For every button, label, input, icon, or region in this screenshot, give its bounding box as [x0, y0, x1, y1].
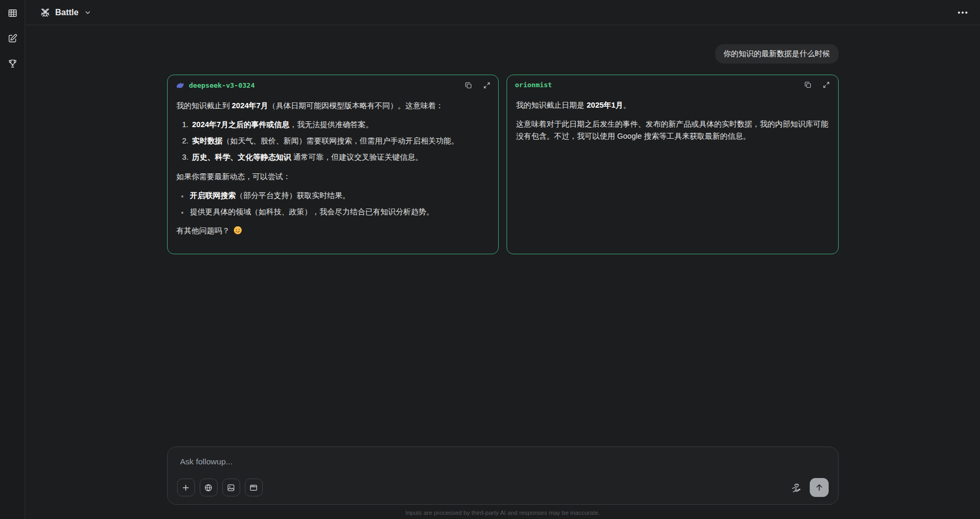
- deepseek-whale-icon: [176, 81, 184, 90]
- followup-composer: [167, 447, 839, 505]
- response-paragraph: 我的知识截止到 2024年7月（具体日期可能因模型版本略有不同）。这意味着：: [177, 100, 490, 112]
- hand-heart-icon: [791, 482, 801, 493]
- composer-toolbar: [177, 478, 829, 497]
- model-panel-a: deepseek-v3-0324: [167, 75, 499, 255]
- list-item: 历史、科学、文化等静态知识 通常可靠，但建议交叉验证关键信息。: [191, 151, 490, 163]
- model-name-a: deepseek-v3-0324: [189, 81, 255, 89]
- response-paragraph: 这意味着对于此日期之后发生的事件、发布的新产品或具体的实时数据，我的内部知识库可…: [516, 118, 829, 142]
- panel-b-actions: [804, 81, 831, 89]
- response-paragraph: 有其他问题吗？: [177, 225, 490, 238]
- list-item: 2024年7月之后的事件或信息，我无法提供准确答案。: [191, 119, 490, 131]
- ordered-list: 2024年7月之后的事件或信息，我无法提供准确答案。实时数据（如天气、股价、新闻…: [177, 119, 490, 164]
- composer-toolbar-right: [790, 478, 829, 497]
- copy-icon: [465, 81, 472, 89]
- copy-button[interactable]: [464, 81, 472, 89]
- disclaimer-text: Inputs are processed by third-party AI a…: [167, 505, 839, 516]
- trophy-icon: [7, 58, 18, 69]
- user-message-bubble: 你的知识的最新数据是什么时候: [715, 44, 839, 64]
- image-icon: [226, 483, 235, 492]
- send-button[interactable]: [810, 478, 829, 497]
- web-search-button[interactable]: [200, 479, 218, 496]
- expand-button[interactable]: [482, 81, 491, 89]
- arrow-up-icon: [814, 483, 824, 492]
- top-bar: Battle: [25, 0, 980, 25]
- sidebar-item-grid[interactable]: [6, 7, 19, 19]
- compose-icon: [7, 33, 18, 44]
- followup-input[interactable]: [177, 456, 829, 468]
- expand-icon: [483, 81, 491, 89]
- image-button[interactable]: [222, 479, 240, 496]
- main-area: Battle 你的知识的最新数据是什么时候: [25, 0, 980, 519]
- model-response-panels: deepseek-v3-0324: [167, 75, 839, 255]
- panel-b-header: orionmist: [507, 75, 838, 91]
- model-name-b: orionmist: [515, 81, 552, 89]
- plus-icon: [181, 483, 190, 492]
- battle-mode-dropdown[interactable]: Battle: [40, 7, 91, 18]
- copy-button[interactable]: [804, 81, 812, 89]
- response-paragraph: 我的知识截止日期是 2025年1月。: [516, 99, 829, 111]
- browser-button[interactable]: [245, 479, 263, 496]
- list-item: 开启联网搜索（部分平台支持）获取实时结果。: [189, 190, 490, 202]
- globe-icon: [204, 483, 213, 492]
- model-response-b: 我的知识截止日期是 2025年1月。这意味着对于此日期之后发生的事件、发布的新产…: [507, 91, 838, 158]
- list-item: 实时数据（如天气、股价、新闻）需要联网搜索，但需用户手动开启相关功能。: [191, 135, 490, 147]
- support-button[interactable]: [790, 482, 802, 493]
- response-paragraph: 如果你需要最新动态，可以尝试：: [177, 171, 490, 183]
- mode-label: Battle: [55, 8, 78, 17]
- left-sidebar: [0, 0, 25, 519]
- grid-table-icon: [7, 8, 18, 18]
- expand-icon: [822, 81, 830, 89]
- copy-icon: [804, 81, 812, 89]
- panel-a-header: deepseek-v3-0324: [168, 75, 499, 92]
- attach-button[interactable]: [177, 479, 195, 496]
- crossed-swords-icon: [40, 7, 50, 18]
- chevron-down-icon: [84, 9, 91, 16]
- bullet-list: 开启联网搜索（部分平台支持）获取实时结果。提供更具体的领域（如科技、政策），我会…: [177, 190, 490, 218]
- model-response-a: 我的知识截止到 2024年7月（具体日期可能因模型版本略有不同）。这意味着：20…: [168, 92, 499, 254]
- panel-a-model-identity: deepseek-v3-0324: [176, 81, 255, 90]
- sidebar-item-new-chat[interactable]: [6, 32, 19, 45]
- overflow-menu-button[interactable]: [958, 12, 967, 14]
- panel-b-model-identity: orionmist: [515, 81, 552, 89]
- chat-content: 你的知识的最新数据是什么时候 deepseek-v3-0324: [167, 25, 839, 519]
- browser-window-icon: [249, 483, 258, 492]
- model-panel-b: orionmist: [507, 75, 839, 255]
- composer-wrap: Inputs are processed by third-party AI a…: [167, 447, 839, 516]
- list-item: 提供更具体的领域（如科技、政策），我会尽力结合已有知识分析趋势。: [189, 206, 490, 218]
- smiling-face-emoji: [233, 226, 242, 238]
- sidebar-item-leaderboard[interactable]: [6, 57, 19, 70]
- expand-button[interactable]: [822, 81, 831, 89]
- ellipsis-icon: [958, 12, 960, 14]
- app-root: Battle 你的知识的最新数据是什么时候: [0, 0, 980, 519]
- panel-a-actions: [464, 81, 491, 89]
- user-message-row: 你的知识的最新数据是什么时候: [167, 44, 839, 64]
